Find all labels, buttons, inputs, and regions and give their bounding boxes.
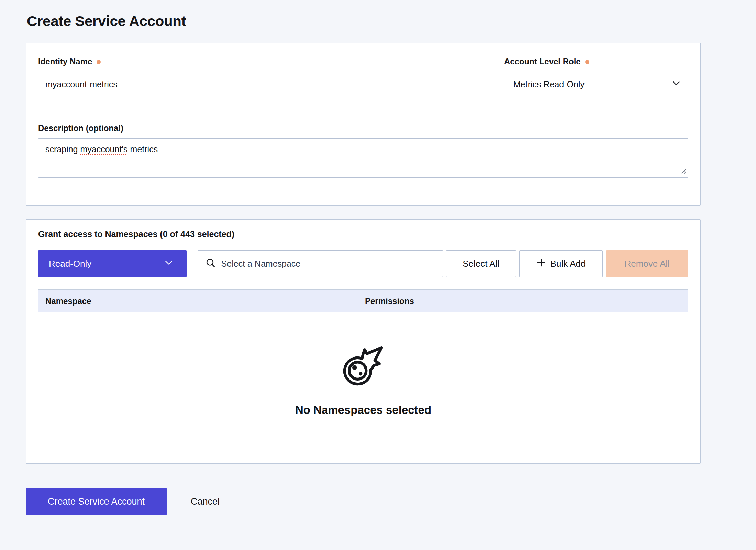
select-all-label: Select All bbox=[463, 258, 499, 269]
namespaces-section-title: Grant access to Namespaces (0 of 443 sel… bbox=[38, 229, 688, 239]
chevron-down-icon bbox=[671, 78, 681, 91]
namespace-role-value: Read-Only bbox=[49, 258, 91, 269]
column-header-namespace: Namespace bbox=[38, 296, 365, 306]
account-level-role-value: Metrics Read-Only bbox=[513, 79, 585, 89]
select-all-button[interactable]: Select All bbox=[446, 250, 516, 277]
namespaces-card: Grant access to Namespaces (0 of 443 sel… bbox=[26, 219, 701, 464]
identity-name-input[interactable] bbox=[38, 72, 494, 97]
description-text: scraping myaccount's metrics bbox=[45, 144, 158, 154]
description-text-misspelled: myaccount's bbox=[80, 144, 127, 154]
identity-name-label: Identity Name bbox=[38, 57, 494, 66]
resize-handle-icon[interactable] bbox=[681, 166, 687, 176]
namespaces-table: Namespace Permissions No Namespaces sele… bbox=[38, 289, 688, 450]
namespace-search[interactable] bbox=[198, 250, 443, 277]
description-text-before: scraping bbox=[45, 144, 80, 154]
required-dot bbox=[97, 60, 101, 64]
identity-card: Identity Name Account Level Role Metrics… bbox=[26, 43, 701, 206]
description-text-after: metrics bbox=[128, 144, 158, 154]
create-service-account-button[interactable]: Create Service Account bbox=[26, 488, 167, 515]
create-service-account-page: Create Service Account Identity Name Acc… bbox=[0, 0, 756, 515]
remove-all-label: Remove All bbox=[624, 258, 670, 269]
description-textarea[interactable]: scraping myaccount's metrics bbox=[38, 138, 688, 178]
identity-row: Identity Name Account Level Role Metrics… bbox=[38, 57, 688, 97]
identity-name-label-text: Identity Name bbox=[38, 57, 92, 66]
page-title: Create Service Account bbox=[27, 13, 730, 30]
namespaces-toolbar: Read-Only Select All bbox=[38, 250, 688, 277]
bulk-add-button[interactable]: Bulk Add bbox=[519, 250, 603, 277]
search-icon bbox=[205, 257, 216, 270]
identity-name-field: Identity Name bbox=[38, 57, 494, 97]
account-level-role-label: Account Level Role bbox=[504, 57, 690, 66]
description-label: Description (optional) bbox=[38, 123, 688, 133]
account-level-role-field: Account Level Role Metrics Read-Only bbox=[504, 57, 690, 97]
plus-icon bbox=[536, 258, 546, 270]
required-dot bbox=[585, 60, 589, 64]
namespaces-table-body: No Namespaces selected bbox=[38, 312, 688, 450]
comet-icon bbox=[342, 346, 384, 389]
remove-all-button[interactable]: Remove All bbox=[606, 250, 688, 277]
description-field: Description (optional) scraping myaccoun… bbox=[38, 123, 688, 178]
account-level-role-select[interactable]: Metrics Read-Only bbox=[504, 72, 690, 97]
empty-state-message: No Namespaces selected bbox=[295, 404, 431, 417]
account-level-role-label-text: Account Level Role bbox=[504, 57, 581, 66]
namespace-role-dropdown[interactable]: Read-Only bbox=[38, 250, 187, 277]
bulk-add-label: Bulk Add bbox=[551, 258, 586, 269]
chevron-down-icon bbox=[163, 257, 174, 271]
footer-actions: Create Service Account Cancel bbox=[26, 488, 730, 515]
column-header-permissions: Permissions bbox=[365, 296, 688, 306]
namespaces-table-header: Namespace Permissions bbox=[38, 290, 688, 312]
description-label-text: Description (optional) bbox=[38, 123, 123, 133]
namespace-search-input[interactable] bbox=[221, 259, 436, 269]
cancel-button[interactable]: Cancel bbox=[191, 496, 220, 507]
